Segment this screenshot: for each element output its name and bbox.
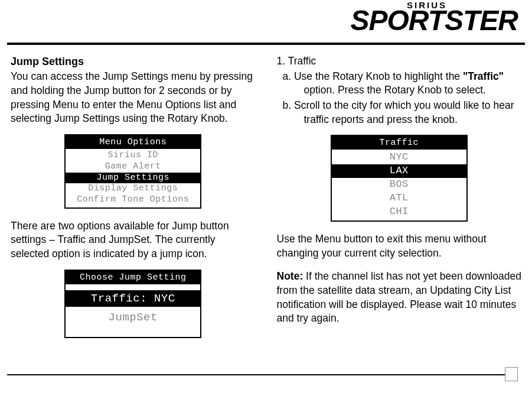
lcd-row: Sirius ID <box>66 150 200 161</box>
substep-b-line2: traffic reports and press the knob. <box>277 113 522 127</box>
note-body: If the channel list has not yet been dow… <box>277 270 521 324</box>
lcd-row: JumpSet <box>66 309 200 326</box>
lcd-body: Sirius ID Game Alert Jump Settings Displ… <box>66 149 200 207</box>
header-divider <box>7 43 525 45</box>
lcd-menu-options: Menu Options Sirius ID Game Alert Jump S… <box>64 134 201 209</box>
lcd-header: Menu Options <box>66 135 200 149</box>
lcd-row-selected: Jump Settings <box>66 173 200 184</box>
lcd-row: Confirm Tone Options <box>66 194 200 206</box>
page-number-box <box>505 367 518 381</box>
lcd-body: Traffic: NYC JumpSet <box>66 284 200 337</box>
substep-a-text: a. Use the Rotary Knob to highlight the <box>283 70 463 82</box>
substep-a-bold: "Traffic" <box>463 70 504 82</box>
substep-b-line1: b. Scroll to the city for which you woul… <box>277 99 522 113</box>
footer-divider <box>7 374 505 375</box>
lcd-row-selected: Traffic: NYC <box>66 290 200 307</box>
lcd-row: Game Alert <box>66 161 200 173</box>
section-title: Jump Settings <box>11 54 256 69</box>
note-label: Note: <box>277 270 303 282</box>
lcd-header: Choose Jump Setting <box>66 271 200 284</box>
substep-a-line1: a. Use the Rotary Knob to highlight the … <box>277 70 522 84</box>
logo-main-text: SPORTSTER <box>351 5 518 36</box>
lcd-traffic-cities: Traffic NYC LAX BOS ATL CHI <box>331 135 468 222</box>
lcd-row: CHI <box>332 205 466 219</box>
lcd-choose-jump: Choose Jump Setting Traffic: NYC JumpSet <box>64 270 201 338</box>
lcd-row: BOS <box>332 178 466 192</box>
step-heading: 1. Traffic <box>277 54 522 69</box>
substep-a-line2: option. Press the Rotary Knob to select. <box>277 83 522 98</box>
note-paragraph: Note: If the channel list has not yet be… <box>277 270 522 326</box>
lcd-header: Traffic <box>332 136 466 150</box>
lcd-row-selected: LAX <box>332 164 466 178</box>
lcd-row: ATL <box>332 192 466 205</box>
header-logo: SIRIUS SPORTSTER <box>351 0 518 35</box>
content-area: Jump Settings You can access the Jump Se… <box>11 54 521 349</box>
left-column: Jump Settings You can access the Jump Se… <box>11 54 256 349</box>
lcd-body: NYC LAX BOS ATL CHI <box>332 150 466 220</box>
lcd-row: NYC <box>332 151 466 164</box>
lcd-row: Display Settings <box>66 183 200 194</box>
exit-paragraph: Use the Menu button to exit this menu wi… <box>277 232 522 260</box>
mid-paragraph: There are two options available for Jump… <box>11 219 256 261</box>
right-column: 1. Traffic a. Use the Rotary Knob to hig… <box>277 54 522 349</box>
intro-paragraph: You can access the Jump Settings menu by… <box>11 70 256 126</box>
